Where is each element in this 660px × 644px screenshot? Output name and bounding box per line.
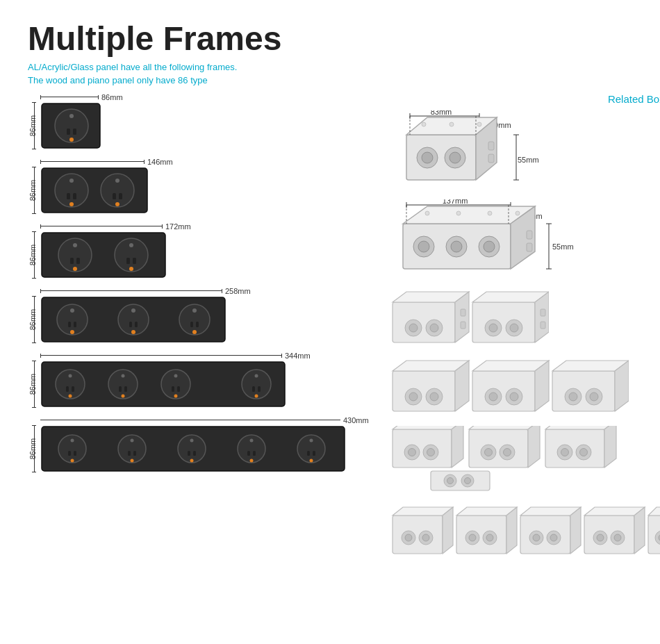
svg-point-38	[131, 330, 135, 334]
svg-point-164	[430, 393, 438, 401]
svg-point-22	[73, 267, 77, 271]
svg-point-40	[192, 308, 197, 313]
svg-point-49	[69, 394, 72, 397]
svg-point-109	[477, 122, 481, 126]
svg-point-169	[489, 393, 497, 401]
svg-point-190	[485, 448, 493, 456]
svg-text:55mm: 55mm	[518, 156, 539, 164]
page-title: Multiple Frames	[28, 21, 632, 58]
svg-rect-165	[472, 371, 535, 411]
height-label-1: 86mm	[28, 115, 37, 137]
svg-point-225	[550, 534, 557, 541]
svg-rect-140	[393, 302, 455, 342]
svg-point-85	[250, 459, 254, 462]
svg-point-30	[70, 308, 74, 313]
top-dim-6: 430mm	[40, 416, 368, 424]
box-section-6	[389, 502, 660, 563]
svg-rect-26	[133, 258, 136, 264]
svg-rect-111	[488, 154, 494, 163]
svg-point-11	[69, 202, 74, 206]
svg-rect-147	[461, 309, 465, 316]
svg-rect-157	[541, 322, 545, 329]
page-container: Multiple Frames AL/Acrylic/Glass panel h…	[0, 0, 660, 644]
frame-row-3: 172mm 86mm	[28, 222, 368, 279]
svg-rect-73	[128, 451, 131, 456]
svg-rect-89	[313, 451, 315, 456]
box-section-3	[389, 288, 660, 350]
left-dim-4: 86mm	[28, 296, 40, 343]
svg-point-61	[255, 374, 258, 377]
svg-text:55mm: 55mm	[552, 242, 574, 251]
svg-point-33	[70, 330, 74, 334]
svg-point-87	[310, 438, 313, 442]
svg-rect-9	[67, 193, 70, 199]
svg-point-51	[122, 374, 125, 377]
svg-rect-10	[73, 193, 76, 199]
svg-marker-234	[648, 507, 660, 515]
svg-point-43	[192, 330, 197, 334]
svg-marker-228	[634, 507, 645, 554]
svg-point-67	[71, 438, 74, 442]
svg-text:83mm: 83mm	[431, 110, 452, 116]
svg-rect-47	[66, 386, 69, 392]
svg-rect-53	[124, 386, 127, 392]
svg-marker-207	[443, 507, 453, 554]
svg-point-106	[449, 152, 461, 163]
svg-rect-149	[472, 302, 535, 342]
svg-rect-137	[527, 243, 532, 251]
box-svg-5	[389, 426, 629, 492]
frame-row-5: 344mm 86mm	[28, 352, 368, 408]
svg-rect-219	[520, 515, 570, 554]
frames-column: 86mm 86mm	[28, 93, 368, 566]
top-dim-5: 344mm	[40, 352, 368, 360]
svg-rect-83	[247, 451, 250, 456]
svg-point-197	[561, 448, 569, 456]
svg-rect-212	[456, 515, 506, 554]
width-label-1: 86mm	[101, 93, 123, 101]
svg-rect-31	[68, 322, 71, 327]
svg-point-209	[405, 534, 412, 541]
svg-rect-62	[252, 386, 255, 392]
svg-rect-193	[545, 429, 604, 468]
svg-marker-214	[506, 507, 517, 554]
width-label-3: 172mm	[165, 222, 191, 231]
related-box-label: Related Box Size	[389, 93, 660, 105]
svg-point-77	[190, 438, 194, 442]
box-svg-3	[389, 288, 549, 347]
subtitle: AL/Acrylic/Glass panel have all the foll…	[28, 60, 632, 88]
svg-rect-226	[584, 515, 634, 554]
svg-rect-58	[177, 386, 180, 392]
top-dim-4: 258mm	[40, 287, 368, 295]
svg-rect-4	[73, 129, 76, 135]
svg-point-192	[504, 448, 511, 456]
frame-svg-1	[40, 102, 103, 149]
top-dim-1: 86mm	[40, 93, 368, 101]
svg-point-223	[533, 534, 540, 541]
svg-point-127	[418, 241, 429, 252]
left-dim-5: 86mm	[28, 361, 40, 408]
height-label-4: 86mm	[28, 309, 37, 331]
subtitle-line1: AL/Acrylic/Glass panel have all the foll…	[28, 60, 632, 74]
boxes-column: Related Box Size 83mm 79mm 55mm	[389, 93, 660, 566]
svg-rect-148	[461, 322, 465, 329]
height-label-3: 86mm	[28, 245, 37, 266]
svg-point-107	[422, 122, 426, 126]
frame-row-2: 146mm 86mm	[28, 158, 368, 214]
svg-rect-88	[307, 451, 310, 456]
svg-point-8	[69, 179, 74, 183]
svg-rect-20	[70, 258, 74, 264]
svg-point-5	[69, 138, 74, 142]
svg-rect-74	[133, 451, 136, 456]
content-area: 86mm 86mm	[28, 93, 632, 566]
svg-point-90	[310, 459, 313, 462]
svg-rect-136	[527, 231, 532, 239]
svg-point-27	[129, 267, 133, 271]
frame-svg-3	[40, 231, 167, 279]
svg-point-2	[69, 114, 74, 118]
svg-rect-78	[188, 451, 190, 456]
svg-point-108	[449, 122, 454, 126]
svg-rect-110	[488, 142, 494, 150]
width-label-5: 344mm	[285, 352, 311, 360]
width-label-2: 146mm	[147, 158, 173, 166]
svg-rect-156	[541, 309, 545, 316]
